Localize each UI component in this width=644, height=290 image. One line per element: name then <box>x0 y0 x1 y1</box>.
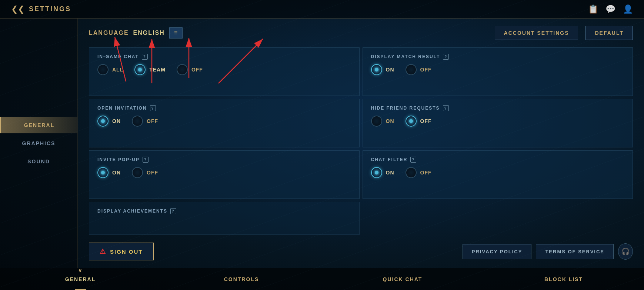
chat-filter-off-label: OFF <box>420 170 432 176</box>
profile-icon[interactable]: 👤 <box>623 4 633 14</box>
sidebar: GENERAL GRAPHICS SOUND <box>0 19 78 268</box>
top-bar: ❮❮ SETTINGS 📋 💬 👤 <box>0 0 644 19</box>
page-title: SETTINGS <box>29 5 71 13</box>
display-match-off-radio[interactable] <box>406 64 417 75</box>
nav-item-block-list[interactable]: BLOCK LIST <box>483 268 644 290</box>
in-game-chat-help-icon[interactable]: ? <box>142 54 148 60</box>
hide-friend-off-radio[interactable] <box>406 116 417 127</box>
display-match-on-label: ON <box>386 67 394 73</box>
support-button[interactable]: 🎧 <box>618 243 633 260</box>
open-invitation-help-icon[interactable]: ? <box>150 105 156 111</box>
bottom-nav: ∨ GENERAL CONTROLS QUICK CHAT BLOCK LIST <box>0 268 644 290</box>
chat-filter-title: CHAT FILTER ? <box>371 157 625 163</box>
nav-chevron-icon: ∨ <box>78 267 83 273</box>
in-game-chat-all-radio[interactable] <box>97 64 109 75</box>
account-settings-button[interactable]: ACCOUNT SETTINGS <box>495 26 578 40</box>
open-invitation-off-label: OFF <box>147 118 158 124</box>
in-game-chat-all-option[interactable]: ALL <box>97 64 123 75</box>
chat-filter-on-label: ON <box>386 170 394 176</box>
content-area: LANGUAGE ENGLISH ≡ ACCOUNT SETTINGS DEFA… <box>78 19 644 268</box>
hide-friend-on-label: ON <box>386 118 394 124</box>
chat-filter-block: CHAT FILTER ? ON OFF <box>363 150 633 199</box>
invite-popup-off-label: OFF <box>147 170 158 176</box>
in-game-chat-options: ALL TEAM OFF <box>97 64 351 75</box>
hide-friend-on-option[interactable]: ON <box>371 116 394 127</box>
hide-friend-requests-options: ON OFF <box>371 116 625 127</box>
checklist-icon[interactable]: 📋 <box>588 4 598 14</box>
display-match-off-label: OFF <box>420 67 432 73</box>
open-invitation-title: OPEN INVITATION ? <box>97 105 351 111</box>
top-bar-left: ❮❮ SETTINGS <box>11 4 71 14</box>
settings-grid: IN-GAME CHAT ? ALL TEAM OFF <box>89 47 633 235</box>
terms-of-service-button[interactable]: TERMS OF SERVICE <box>536 244 614 259</box>
in-game-chat-block: IN-GAME CHAT ? ALL TEAM OFF <box>89 47 360 96</box>
in-game-chat-team-radio[interactable] <box>134 64 146 75</box>
display-match-result-block: DISPLAY MATCH RESULT ? ON OFF <box>363 47 633 96</box>
open-invitation-off-radio[interactable] <box>132 116 143 127</box>
filter-button[interactable]: ≡ <box>169 27 183 39</box>
display-match-result-help-icon[interactable]: ? <box>443 54 449 60</box>
back-icon[interactable]: ❮❮ <box>11 4 24 14</box>
in-game-chat-off-label: OFF <box>191 67 203 73</box>
content-header: LANGUAGE ENGLISH ≡ ACCOUNT SETTINGS DEFA… <box>89 26 633 40</box>
display-match-on-radio[interactable] <box>371 64 382 75</box>
main-layout: GENERAL GRAPHICS SOUND LANGUAGE ENGLISH … <box>0 19 644 268</box>
chat-filter-off-radio[interactable] <box>406 167 417 178</box>
nav-item-controls[interactable]: CONTROLS <box>161 268 322 290</box>
bottom-actions: ⚠ SIGN OUT PRIVACY POLICY TERMS OF SERVI… <box>89 240 633 260</box>
hide-friend-on-radio[interactable] <box>371 116 382 127</box>
in-game-chat-title: IN-GAME CHAT ? <box>97 54 351 60</box>
top-bar-right: 📋 💬 👤 <box>588 4 633 14</box>
headset-icon: 🎧 <box>621 247 630 256</box>
invite-popup-options: ON OFF <box>97 167 351 178</box>
language-label: LANGUAGE ENGLISH ≡ <box>89 27 183 39</box>
display-match-on-option[interactable]: ON <box>371 64 394 75</box>
invite-popup-on-option[interactable]: ON <box>97 167 121 178</box>
sidebar-item-general[interactable]: GENERAL <box>0 117 77 133</box>
hide-friend-requests-title: HIDE FRIEND REQUESTS ? <box>371 105 625 111</box>
hide-friend-requests-block: HIDE FRIEND REQUESTS ? ON OFF <box>363 99 633 147</box>
in-game-chat-team-label: TEAM <box>149 67 166 73</box>
sign-out-button[interactable]: ⚠ SIGN OUT <box>89 243 154 260</box>
hide-friend-off-label: OFF <box>420 118 432 124</box>
in-game-chat-off-radio[interactable] <box>177 64 188 75</box>
warning-icon: ⚠ <box>100 247 106 256</box>
in-game-chat-off-option[interactable]: OFF <box>177 64 203 75</box>
sidebar-item-sound[interactable]: SOUND <box>0 153 77 170</box>
chat-icon[interactable]: 💬 <box>605 4 615 14</box>
display-match-off-option[interactable]: OFF <box>406 64 432 75</box>
chat-filter-help-icon[interactable]: ? <box>410 157 416 163</box>
filter-icon: ≡ <box>174 30 177 36</box>
nav-item-general[interactable]: ∨ GENERAL <box>0 268 161 290</box>
nav-item-quick-chat[interactable]: QUICK CHAT <box>322 268 483 290</box>
open-invitation-options: ON OFF <box>97 116 351 127</box>
chat-filter-on-option[interactable]: ON <box>371 167 394 178</box>
sidebar-item-graphics[interactable]: GRAPHICS <box>0 135 77 151</box>
hide-friend-requests-help-icon[interactable]: ? <box>443 105 449 111</box>
hide-friend-off-option[interactable]: OFF <box>406 116 432 127</box>
display-achievements-block: DISPLAY ACHIEVEMENTS ? <box>89 202 360 235</box>
invite-popup-on-radio[interactable] <box>97 167 109 178</box>
default-button[interactable]: DEFAULT <box>585 26 633 40</box>
open-invitation-on-option[interactable]: ON <box>97 116 121 127</box>
display-match-result-title: DISPLAY MATCH RESULT ? <box>371 54 625 60</box>
display-achievements-title: DISPLAY ACHIEVEMENTS ? <box>97 208 351 214</box>
invite-popup-off-radio[interactable] <box>132 167 143 178</box>
display-match-result-options: ON OFF <box>371 64 625 75</box>
invite-popup-block: INVITE POP-UP ? ON OFF <box>89 150 360 199</box>
invite-popup-off-option[interactable]: OFF <box>132 167 158 178</box>
invite-popup-on-label: ON <box>112 170 121 176</box>
chat-filter-off-option[interactable]: OFF <box>406 167 432 178</box>
in-game-chat-team-option[interactable]: TEAM <box>134 64 166 75</box>
open-invitation-block: OPEN INVITATION ? ON OFF <box>89 99 360 147</box>
display-achievements-help-icon[interactable]: ? <box>170 208 176 214</box>
open-invitation-on-label: ON <box>112 118 121 124</box>
chat-filter-on-radio[interactable] <box>371 167 382 178</box>
invite-popup-title: INVITE POP-UP ? <box>97 157 351 163</box>
invite-popup-help-icon[interactable]: ? <box>143 157 149 163</box>
open-invitation-off-option[interactable]: OFF <box>132 116 158 127</box>
chat-filter-options: ON OFF <box>371 167 625 178</box>
open-invitation-on-radio[interactable] <box>97 116 109 127</box>
in-game-chat-all-label: ALL <box>112 67 123 73</box>
privacy-policy-button[interactable]: PRIVACY POLICY <box>463 244 532 259</box>
